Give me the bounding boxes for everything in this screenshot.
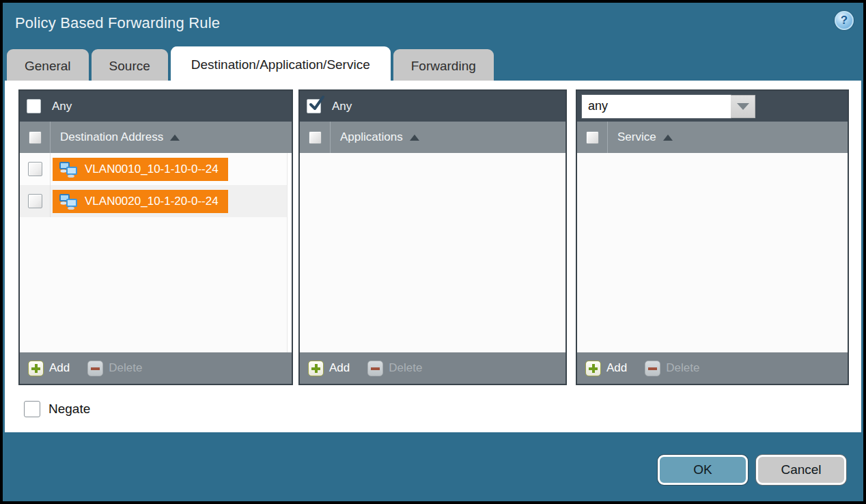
service-panel: Service Add Delete bbox=[576, 89, 849, 385]
destination-toolbar: Add Delete bbox=[20, 352, 292, 384]
tab-content: Any Destination Address bbox=[5, 81, 861, 432]
add-icon[interactable] bbox=[308, 361, 324, 376]
negate-label: Negate bbox=[48, 402, 90, 417]
tab-bar: General Source Destination/Application/S… bbox=[7, 46, 497, 83]
negate-checkbox[interactable] bbox=[24, 401, 40, 417]
destination-select-all-checkbox[interactable] bbox=[29, 131, 42, 144]
add-button[interactable]: Add bbox=[49, 361, 70, 375]
destination-any-label: Any bbox=[52, 100, 72, 113]
destination-column-header[interactable]: Destination Address bbox=[20, 122, 292, 153]
sort-asc-icon bbox=[410, 135, 419, 141]
row-checkbox[interactable] bbox=[28, 162, 42, 176]
delete-icon[interactable] bbox=[87, 361, 103, 376]
sort-asc-icon bbox=[170, 135, 180, 141]
service-list bbox=[577, 153, 848, 352]
service-dropdown-button[interactable] bbox=[731, 95, 755, 118]
applications-panel: Any Applications Add Delete bbox=[298, 89, 567, 385]
delete-button[interactable]: Delete bbox=[109, 361, 142, 375]
add-button[interactable]: Add bbox=[606, 361, 627, 375]
add-icon[interactable] bbox=[28, 361, 44, 376]
tab-general[interactable]: General bbox=[7, 49, 89, 83]
applications-toolbar: Add Delete bbox=[300, 352, 565, 384]
negate-row: Negate bbox=[24, 401, 90, 417]
destination-list: VLAN0010_10-1-10-0--24 bbox=[20, 153, 292, 352]
applications-select-all-checkbox[interactable] bbox=[309, 131, 322, 144]
delete-icon[interactable] bbox=[645, 361, 660, 376]
table-row: VLAN0020_10-1-20-0--24 bbox=[20, 185, 292, 217]
delete-button[interactable]: Delete bbox=[389, 361, 422, 375]
pbf-rule-dialog: Policy Based Forwarding Rule ? General S… bbox=[3, 3, 863, 501]
service-select-all-checkbox[interactable] bbox=[586, 131, 599, 144]
table-row: VLAN0010_10-1-10-0--24 bbox=[20, 153, 292, 185]
add-icon[interactable] bbox=[585, 361, 601, 376]
destination-any-bar: Any bbox=[20, 91, 292, 122]
row-checkbox[interactable] bbox=[28, 194, 42, 208]
address-object-chip[interactable]: VLAN0010_10-1-10-0--24 bbox=[53, 158, 228, 181]
service-dropdown-input[interactable] bbox=[582, 95, 731, 118]
service-dropdown-bar bbox=[577, 91, 848, 122]
delete-button[interactable]: Delete bbox=[666, 361, 699, 375]
destination-address-panel: Any Destination Address bbox=[18, 89, 293, 385]
scrollbar-gutter[interactable] bbox=[287, 153, 292, 352]
chevron-down-icon bbox=[737, 103, 749, 110]
page-title: Policy Based Forwarding Rule bbox=[15, 14, 220, 32]
ok-button[interactable]: OK bbox=[658, 455, 748, 485]
help-icon[interactable]: ? bbox=[835, 11, 854, 30]
service-toolbar: Add Delete bbox=[577, 352, 848, 384]
applications-any-bar: Any bbox=[300, 91, 565, 122]
tab-forwarding[interactable]: Forwarding bbox=[393, 49, 494, 83]
applications-any-checkbox[interactable] bbox=[307, 99, 321, 113]
applications-any-label: Any bbox=[332, 100, 352, 113]
add-button[interactable]: Add bbox=[329, 361, 350, 375]
network-computers-icon bbox=[58, 161, 79, 178]
applications-column-header[interactable]: Applications bbox=[300, 122, 565, 153]
tab-source[interactable]: Source bbox=[92, 49, 168, 83]
tab-destination-application-service[interactable]: Destination/Application/Service bbox=[171, 46, 391, 83]
sort-asc-icon bbox=[663, 135, 673, 141]
service-column-header[interactable]: Service bbox=[577, 122, 848, 153]
cancel-button[interactable]: Cancel bbox=[756, 455, 846, 485]
address-object-chip[interactable]: VLAN0020_10-1-20-0--24 bbox=[53, 190, 228, 213]
destination-any-checkbox[interactable] bbox=[27, 99, 41, 113]
delete-icon[interactable] bbox=[367, 361, 383, 376]
applications-list bbox=[300, 153, 565, 352]
network-computers-icon bbox=[58, 193, 79, 210]
